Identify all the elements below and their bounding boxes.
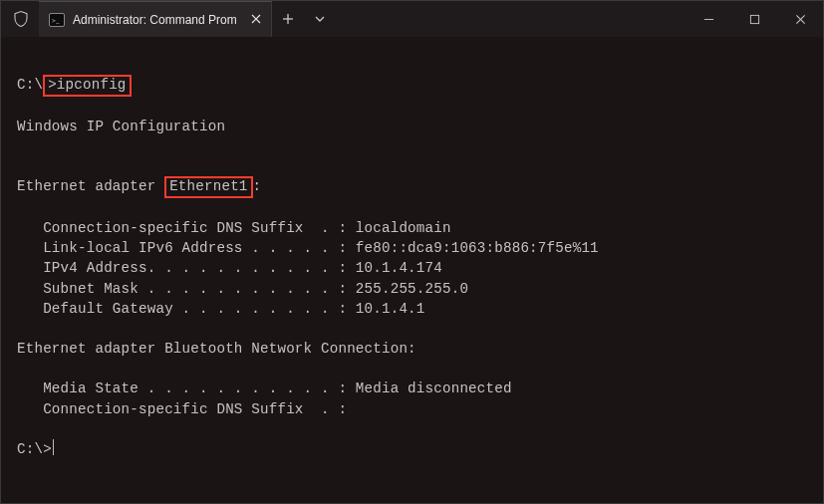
- adapter1-dns-suffix: Connection-specific DNS Suffix . : local…: [17, 218, 807, 238]
- maximize-button[interactable]: [731, 1, 777, 37]
- adapter1-ipv6: Link-local IPv6 Address . . . . . : fe80…: [17, 238, 807, 258]
- tab-dropdown-button[interactable]: [304, 1, 336, 37]
- shield-icon: [11, 9, 31, 29]
- cursor-icon: [53, 439, 55, 455]
- new-tab-button[interactable]: [272, 1, 304, 37]
- minimize-button[interactable]: [686, 1, 731, 37]
- titlebar: >_ Administrator: Command Prom: [1, 1, 823, 37]
- adapter2-dns-suffix: Connection-specific DNS Suffix . :: [17, 399, 807, 419]
- prompt-path: C:\: [17, 77, 43, 93]
- tab-close-button[interactable]: [251, 12, 261, 27]
- prompt-line-2: C:\>: [17, 439, 807, 459]
- prompt-line-1: C:\>ipconfig: [17, 75, 807, 97]
- svg-text:>_: >_: [52, 16, 60, 24]
- adapter1-subnet-mask: Subnet Mask . . . . . . . . . . . : 255.…: [17, 279, 807, 299]
- tab-title: Administrator: Command Prom: [73, 13, 237, 27]
- adapter2-media-state: Media State . . . . . . . . . . . : Medi…: [17, 378, 807, 398]
- highlight-adapter-name: Ethernet1: [164, 176, 252, 198]
- adapter1-ipv4: IPv4 Address. . . . . . . . . . . : 10.1…: [17, 258, 807, 278]
- svg-rect-7: [750, 15, 758, 23]
- prompt-text: C:\>: [17, 441, 52, 457]
- ip-config-header: Windows IP Configuration: [17, 117, 807, 136]
- window-controls: [686, 1, 823, 37]
- close-window-button[interactable]: [777, 1, 823, 37]
- cmd-icon: >_: [49, 13, 65, 27]
- highlight-command: >ipconfig: [43, 75, 131, 97]
- tab-cmd[interactable]: >_ Administrator: Command Prom: [39, 1, 272, 37]
- titlebar-left: >_ Administrator: Command Prom: [1, 1, 336, 37]
- adapter1-prefix: Ethernet adapter: [17, 178, 164, 194]
- adapter2-heading: Ethernet adapter Bluetooth Network Conne…: [17, 339, 807, 359]
- adapter1-heading: Ethernet adapter Ethernet1:: [17, 176, 807, 198]
- terminal-output[interactable]: C:\>ipconfig Windows IP Configuration Et…: [1, 37, 823, 475]
- adapter1-suffix: :: [253, 178, 262, 194]
- adapter1-gateway: Default Gateway . . . . . . . . . : 10.1…: [17, 299, 807, 319]
